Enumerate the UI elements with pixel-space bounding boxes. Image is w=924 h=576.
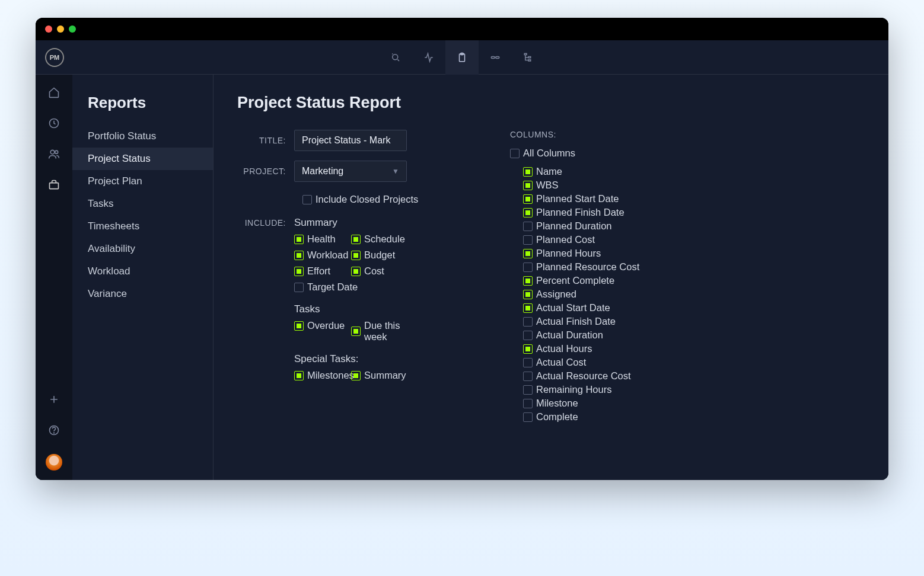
title-input[interactable] (294, 130, 407, 151)
checkbox-icon (523, 372, 533, 381)
link-icon (490, 52, 501, 63)
nav-team[interactable] (47, 147, 61, 161)
help-icon (48, 424, 60, 436)
include-special-summary[interactable]: Summary (351, 370, 408, 381)
sidebar-item-availability[interactable]: Availability (72, 238, 213, 260)
checkbox-icon (523, 385, 533, 395)
sidebar-item-tasks[interactable]: Tasks (72, 193, 213, 215)
checkbox-icon (351, 371, 361, 380)
app-logo[interactable]: PM (45, 48, 64, 67)
sidebar-item-workload[interactable]: Workload (72, 260, 213, 283)
checkbox-icon (523, 167, 533, 177)
tree-icon (523, 52, 534, 63)
top-toolbar: PM (36, 40, 888, 75)
column-planned-duration[interactable]: Planned Duration (523, 220, 865, 232)
include-tasks-overdue[interactable]: Overdue (294, 320, 351, 331)
title-label: TITLE: (237, 136, 294, 145)
nav-recent[interactable] (47, 116, 61, 130)
include-summary-health[interactable]: Health (294, 233, 351, 245)
all-columns-checkbox[interactable]: All Columns (510, 148, 865, 159)
checkbox-icon (523, 194, 533, 204)
nav-home[interactable] (47, 85, 61, 100)
window-minimize-button[interactable] (57, 25, 64, 33)
nav-add[interactable] (47, 392, 61, 407)
column-planned-cost[interactable]: Planned Cost (523, 234, 865, 245)
project-label: PROJECT: (237, 167, 294, 176)
column-actual-resource-cost[interactable]: Actual Resource Cost (523, 370, 865, 382)
include-tasks-due-this-week[interactable]: Due this week (351, 320, 408, 343)
checkbox-icon (523, 290, 533, 299)
checkbox-icon (294, 235, 304, 244)
tab-tree[interactable] (512, 40, 545, 75)
clock-icon (48, 117, 60, 129)
column-milestone[interactable]: Milestone (523, 398, 865, 409)
column-planned-start-date[interactable]: Planned Start Date (523, 193, 865, 204)
column-planned-hours[interactable]: Planned Hours (523, 248, 865, 259)
project-select[interactable]: Marketing ▼ (294, 161, 407, 182)
sidebar-item-project-status[interactable]: Project Status (72, 148, 213, 170)
checkbox-icon (351, 251, 361, 260)
checkbox-icon (523, 399, 533, 408)
column-actual-cost[interactable]: Actual Cost (523, 357, 865, 368)
nav-portfolio[interactable] (47, 178, 61, 192)
chevron-down-icon: ▼ (392, 167, 399, 175)
user-avatar[interactable] (46, 454, 62, 471)
checkbox-icon (523, 263, 533, 272)
top-view-tabs (379, 40, 545, 75)
sidebar-item-portfolio-status[interactable]: Portfolio Status (72, 125, 213, 148)
window-maximize-button[interactable] (69, 25, 76, 33)
svg-rect-4 (496, 56, 499, 58)
column-remaining-hours[interactable]: Remaining Hours (523, 384, 865, 395)
tab-link[interactable] (479, 40, 512, 75)
sidebar-item-project-plan[interactable]: Project Plan (72, 170, 213, 193)
sidebar-item-timesheets[interactable]: Timesheets (72, 215, 213, 238)
column-actual-hours[interactable]: Actual Hours (523, 343, 865, 354)
checkbox-icon (351, 327, 361, 336)
checkbox-icon (523, 303, 533, 313)
include-summary-schedule[interactable]: Schedule (351, 233, 408, 245)
sidebar: Reports Portfolio StatusProject StatusPr… (72, 75, 214, 480)
column-actual-start-date[interactable]: Actual Start Date (523, 302, 865, 313)
column-actual-duration[interactable]: Actual Duration (523, 329, 865, 341)
include-closed-checkbox[interactable]: Include Closed Projects (302, 194, 418, 205)
include-summary-cost[interactable]: Cost (351, 265, 408, 277)
include-summary-effort[interactable]: Effort (294, 265, 351, 277)
column-actual-finish-date[interactable]: Actual Finish Date (523, 316, 865, 327)
column-wbs[interactable]: WBS (523, 180, 865, 191)
checkbox-icon (523, 222, 533, 231)
sidebar-title: Reports (72, 94, 213, 125)
plus-icon (48, 393, 60, 405)
special-tasks-heading: Special Tasks: (294, 353, 463, 365)
checkbox-icon (294, 283, 304, 292)
tab-clipboard[interactable] (445, 40, 479, 75)
column-planned-resource-cost[interactable]: Planned Resource Cost (523, 261, 865, 273)
nav-help[interactable] (47, 423, 61, 437)
column-planned-finish-date[interactable]: Planned Finish Date (523, 207, 865, 218)
svg-point-13 (54, 433, 55, 433)
column-percent-complete[interactable]: Percent Complete (523, 275, 865, 286)
svg-rect-6 (528, 56, 531, 57)
include-summary-budget[interactable]: Budget (351, 249, 408, 261)
svg-point-9 (50, 150, 55, 154)
column-assigned[interactable]: Assigned (523, 289, 865, 300)
columns-label: COLUMNS: (510, 130, 865, 139)
summary-heading: Summary (294, 217, 463, 229)
include-summary-workload[interactable]: Workload (294, 249, 351, 261)
app-window: PM (36, 18, 888, 480)
include-special-milestones[interactable]: Milestones (294, 370, 351, 381)
include-summary-target-date[interactable]: Target Date (294, 281, 401, 293)
window-close-button[interactable] (45, 25, 52, 33)
tab-search[interactable] (379, 40, 412, 75)
checkbox-icon (523, 249, 533, 258)
svg-rect-11 (50, 183, 59, 189)
tab-activity[interactable] (412, 40, 445, 75)
svg-rect-3 (491, 56, 495, 58)
checkbox-icon (523, 208, 533, 217)
checkbox-icon (294, 321, 304, 331)
checkbox-icon (523, 412, 533, 422)
checkbox-icon (523, 317, 533, 327)
sidebar-item-variance[interactable]: Variance (72, 283, 213, 305)
column-complete[interactable]: Complete (523, 411, 865, 423)
checkbox-icon (523, 344, 533, 354)
column-name[interactable]: Name (523, 166, 865, 177)
